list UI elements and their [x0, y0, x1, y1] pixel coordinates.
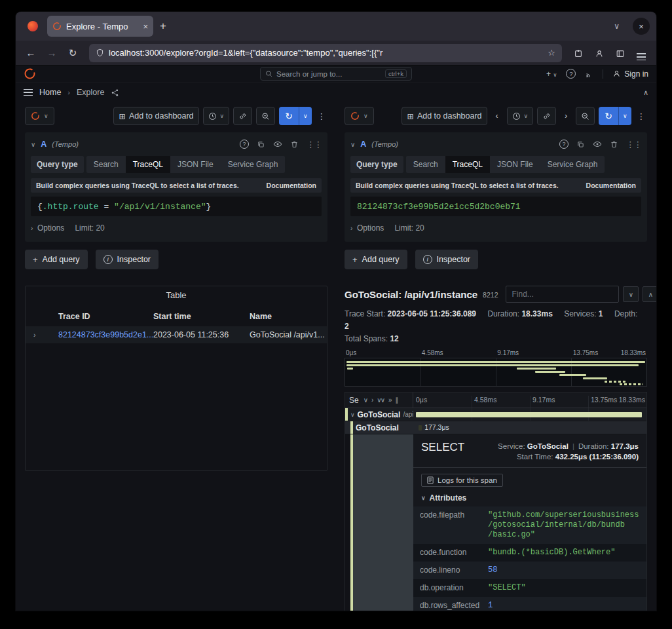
row-expand-icon[interactable]: › [33, 331, 58, 339]
tab-search[interactable]: Search [86, 156, 126, 173]
trace-title[interactable]: GoToSocial: /api/v1/instance [345, 289, 477, 300]
cell-trace-id[interactable]: 82124873cf3e99b5d2e1... [58, 330, 153, 339]
add-to-dashboard-button[interactable]: ⊞ Add to dashboard [113, 107, 198, 125]
move-pane-left-icon[interactable]: ‹ [491, 107, 503, 125]
help-icon[interactable]: ? [566, 69, 576, 79]
list-tabs-icon[interactable]: ∨ [614, 22, 620, 31]
datasource-picker-left[interactable]: ∨ [25, 107, 54, 125]
col-header-trace-id[interactable]: Trace ID [58, 312, 153, 321]
window-close-button[interactable]: × [633, 18, 650, 35]
duplicate-query-icon[interactable] [576, 140, 585, 149]
col-header-name[interactable]: Name [250, 312, 327, 321]
span-row-root[interactable]: ∨ GoToSocial /api/... [345, 408, 646, 421]
clock-icon [208, 112, 217, 121]
reload-icon[interactable]: ↻ [64, 47, 81, 59]
tab-traceql[interactable]: TraceQL [126, 156, 170, 173]
table-row[interactable]: › 82124873cf3e99b5d2e1... 2023-06-05 11:… [26, 326, 327, 343]
move-pane-right-icon[interactable]: › [560, 107, 572, 125]
remove-query-icon[interactable] [610, 140, 618, 149]
traceql-editor-right[interactable]: 82124873cf3e99b5d2e1cc5d2bc0eb71 [350, 197, 641, 216]
traceql-editor-left[interactable]: {.http.route = "/api/v1/instance"} [31, 197, 322, 216]
breadcrumb-home[interactable]: Home [39, 88, 61, 97]
add-to-dashboard-button[interactable]: ⊞ Add to dashboard [401, 107, 487, 125]
drag-handle-icon[interactable]: ⋮⋮ [626, 140, 641, 149]
browser-tab[interactable]: Explore - Tempo × [47, 16, 153, 37]
add-query-button[interactable]: + Add query [345, 250, 407, 269]
attribute-row: code.function "bundb.(*basicDB).GetWhere… [413, 544, 646, 562]
account-icon[interactable] [591, 47, 608, 58]
tab-search[interactable]: Search [406, 156, 445, 173]
collapse-all-icon[interactable]: » [388, 396, 391, 404]
span-duration-bar[interactable] [416, 412, 642, 417]
span-detail-meta: Service: GoToSocial|Duration: 177.3μs St… [498, 441, 639, 462]
time-picker-button[interactable]: ∨ [507, 107, 534, 125]
inspector-button[interactable]: i Inspector [415, 250, 478, 269]
query-help-icon[interactable]: ? [240, 140, 249, 149]
column-resizer-handle[interactable]: ∥ [396, 396, 398, 404]
find-prev-icon[interactable]: ∧ [643, 286, 656, 302]
duplicate-query-icon[interactable] [257, 140, 265, 149]
tab-json-file[interactable]: JSON File [490, 156, 540, 173]
find-next-icon[interactable]: ∨ [623, 286, 639, 302]
trace-minimap[interactable] [345, 358, 647, 387]
back-icon[interactable]: ← [22, 47, 39, 58]
search-input[interactable]: Search or jump to... ctrl+k [260, 67, 412, 81]
collapse-one-icon[interactable]: › [371, 396, 372, 404]
documentation-link[interactable]: Documentation [586, 181, 636, 189]
drag-handle-icon[interactable]: ⋮⋮ [307, 140, 322, 149]
extensions-icon[interactable] [570, 47, 587, 58]
bookmark-star-icon[interactable]: ☆ [548, 48, 555, 58]
span-service-name: GoToSocial [358, 410, 401, 419]
tab-close-icon[interactable]: × [143, 22, 148, 31]
pane-kebab-menu[interactable]: ⋮ [316, 107, 328, 125]
disable-query-icon[interactable] [593, 140, 602, 149]
grafana-logo-icon[interactable] [24, 67, 36, 80]
zoom-out-button[interactable] [256, 107, 275, 125]
col-header-start-time[interactable]: Start time [153, 312, 250, 321]
app-menu-icon[interactable] [633, 45, 650, 60]
service-operation-column-label[interactable]: Se [349, 396, 359, 405]
documentation-link[interactable]: Documentation [267, 181, 316, 189]
new-tab-button[interactable]: + [160, 20, 166, 33]
options-toggle[interactable]: › Options [31, 223, 64, 233]
logs-for-span-button[interactable]: Logs for this span [421, 474, 503, 487]
news-icon[interactable] [585, 69, 593, 78]
new-dropdown-button[interactable]: + ∨ [546, 69, 557, 79]
copy-link-button[interactable] [537, 107, 556, 125]
attributes-accordion[interactable]: ∨ Attributes [413, 488, 646, 506]
span-duration-bar[interactable] [419, 425, 422, 430]
tab-service-graph[interactable]: Service Graph [221, 156, 286, 173]
expand-all-icon[interactable]: ∨∨ [377, 396, 384, 404]
tab-json-file[interactable]: JSON File [170, 156, 221, 173]
tab-service-graph[interactable]: Service Graph [540, 156, 605, 173]
query-help-icon[interactable]: ? [559, 140, 569, 149]
chevron-down-icon[interactable]: ∨ [364, 396, 367, 404]
span-row-selected[interactable]: GoToSocial 177.3μs [345, 421, 646, 434]
run-query-button[interactable]: ↻ ∨ [279, 107, 311, 125]
time-picker-button[interactable]: ∨ [203, 107, 230, 125]
zoom-out-button[interactable] [576, 107, 595, 125]
shield-icon[interactable] [96, 48, 104, 57]
remove-query-icon[interactable] [290, 140, 299, 149]
firefox-icon[interactable] [28, 21, 38, 31]
forward-icon[interactable]: → [43, 47, 60, 58]
options-toggle[interactable]: › Options [350, 223, 384, 233]
share-icon[interactable] [111, 88, 119, 97]
sign-in-button[interactable]: Sign in [612, 69, 648, 79]
tab-traceql[interactable]: TraceQL [445, 156, 490, 173]
run-query-button[interactable]: ↻ ∨ [599, 107, 631, 125]
pane-kebab-menu[interactable]: ⋮ [635, 107, 648, 125]
mega-menu-icon[interactable] [24, 89, 33, 96]
collapse-query-icon[interactable]: ∨ [31, 141, 35, 148]
copy-link-button[interactable] [233, 107, 252, 125]
collapse-query-icon[interactable]: ∨ [350, 141, 355, 148]
datasource-picker-right[interactable]: ∨ [345, 107, 374, 125]
url-bar[interactable]: localhost:3000/explore?orgId=1&left={"da… [89, 44, 562, 62]
find-input[interactable] [506, 286, 619, 303]
disable-query-icon[interactable] [273, 140, 282, 149]
add-query-button[interactable]: + Add query [25, 250, 88, 269]
inspector-button[interactable]: i Inspector [96, 250, 159, 269]
collapse-children-icon[interactable]: ∨ [350, 411, 355, 418]
collapse-toolbar-icon[interactable]: ∧ [643, 88, 648, 97]
sidebar-icon[interactable] [612, 47, 629, 58]
